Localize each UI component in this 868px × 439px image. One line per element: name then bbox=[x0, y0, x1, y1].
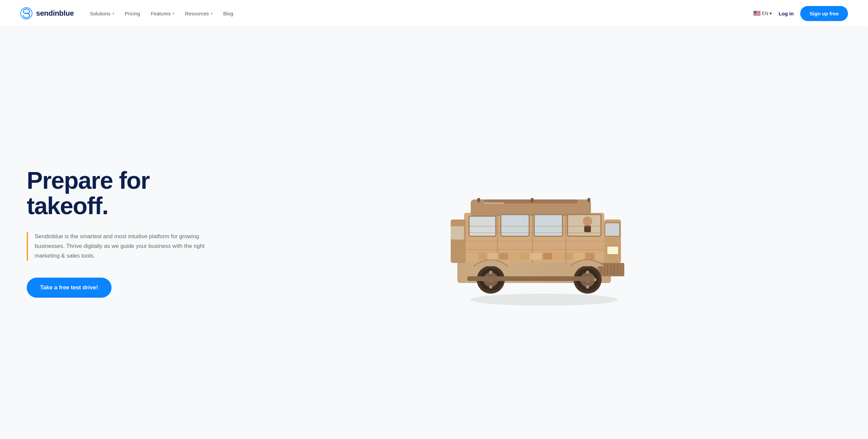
svg-rect-70 bbox=[564, 253, 572, 260]
svg-rect-26 bbox=[605, 223, 620, 236]
nav-item-blog[interactable]: Blog bbox=[223, 11, 234, 17]
svg-rect-66 bbox=[521, 253, 529, 260]
svg-rect-65 bbox=[509, 253, 520, 260]
signup-button[interactable]: Sign up free bbox=[800, 6, 848, 21]
brand-name: sendinblue bbox=[36, 9, 74, 18]
login-link[interactable]: Log in bbox=[778, 11, 794, 17]
svg-point-38 bbox=[586, 271, 589, 274]
svg-rect-57 bbox=[477, 198, 480, 202]
svg-point-2 bbox=[471, 294, 618, 306]
chevron-down-icon: ▾ bbox=[770, 11, 772, 16]
chevron-down-icon: ▾ bbox=[173, 12, 174, 16]
accent-bar bbox=[27, 232, 28, 261]
hero-image bbox=[220, 153, 848, 313]
svg-point-16 bbox=[583, 216, 592, 226]
hero-content: Prepare for takeoff. Sendinblue is the s… bbox=[27, 168, 220, 298]
svg-rect-72 bbox=[585, 253, 595, 260]
svg-point-1 bbox=[25, 12, 27, 14]
svg-point-39 bbox=[586, 285, 589, 289]
svg-rect-69 bbox=[553, 253, 563, 260]
hero-title: Prepare for takeoff. bbox=[27, 168, 207, 218]
navbar: sendinblue Solutions ▾ Pricing Features … bbox=[0, 0, 868, 27]
svg-rect-56 bbox=[451, 226, 464, 239]
svg-rect-52 bbox=[607, 246, 619, 255]
svg-rect-71 bbox=[574, 253, 584, 260]
language-selector[interactable]: 🇺🇸 EN ▾ bbox=[753, 10, 772, 17]
wooden-van-svg bbox=[417, 153, 651, 313]
nav-item-solutions[interactable]: Solutions ▾ bbox=[90, 11, 114, 17]
svg-rect-58 bbox=[531, 198, 533, 202]
hero-section: Prepare for takeoff. Sendinblue is the s… bbox=[0, 27, 868, 439]
navbar-left: sendinblue Solutions ▾ Pricing Features … bbox=[20, 7, 234, 20]
svg-rect-59 bbox=[588, 198, 590, 202]
svg-rect-68 bbox=[543, 253, 552, 260]
svg-rect-62 bbox=[478, 253, 487, 260]
svg-rect-51 bbox=[467, 276, 594, 281]
svg-point-47 bbox=[489, 285, 492, 289]
logo-icon bbox=[20, 7, 33, 20]
flag-icon: 🇺🇸 bbox=[753, 10, 761, 17]
svg-rect-55 bbox=[451, 220, 466, 263]
logo[interactable]: sendinblue bbox=[20, 7, 74, 20]
van-illustration bbox=[417, 153, 651, 313]
nav-item-features[interactable]: Features ▾ bbox=[151, 11, 174, 17]
navbar-right: 🇺🇸 EN ▾ Log in Sign up free bbox=[753, 6, 848, 21]
hero-description-wrapper: Sendinblue is the smartest and most intu… bbox=[27, 232, 207, 261]
svg-rect-60 bbox=[484, 202, 504, 204]
hero-description: Sendinblue is the smartest and most intu… bbox=[35, 232, 207, 261]
svg-rect-67 bbox=[530, 253, 542, 260]
nav-links: Solutions ▾ Pricing Features ▾ Resources… bbox=[90, 11, 234, 17]
chevron-down-icon: ▾ bbox=[113, 12, 114, 16]
svg-rect-73 bbox=[596, 253, 603, 260]
cta-button[interactable]: Take a free test drive! bbox=[27, 277, 112, 298]
svg-rect-61 bbox=[466, 253, 477, 260]
nav-item-pricing[interactable]: Pricing bbox=[125, 11, 140, 17]
svg-point-46 bbox=[489, 271, 492, 274]
svg-rect-63 bbox=[488, 253, 498, 260]
nav-item-resources[interactable]: Resources ▾ bbox=[185, 11, 213, 17]
chevron-down-icon: ▾ bbox=[211, 12, 213, 16]
svg-rect-64 bbox=[499, 253, 508, 260]
